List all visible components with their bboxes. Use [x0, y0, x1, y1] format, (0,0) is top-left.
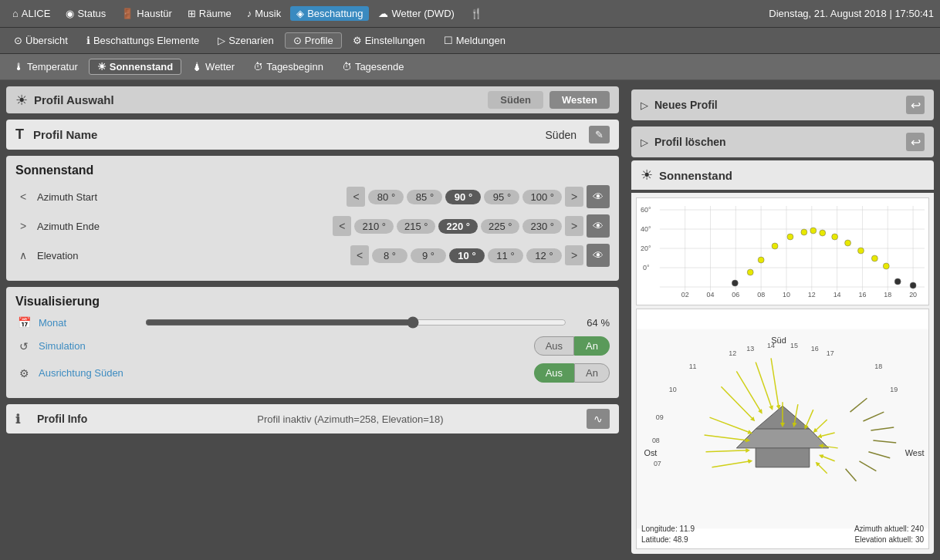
nav-wetter-tab[interactable]: 🌢 Wetter — [184, 59, 242, 74]
nav-meldungen[interactable]: ☐ Meldungen — [436, 33, 513, 48]
nav-musik-label: Musik — [255, 8, 281, 19]
nav-sonnenstand[interactable]: ☀ Sonnenstand — [89, 59, 181, 75]
elevation-val-2[interactable]: 10 ° — [449, 248, 485, 263]
nav-beschattungs-elemente[interactable]: ℹ Beschattungs Elemente — [79, 33, 207, 48]
nav-extra[interactable]: 🍴 — [464, 6, 489, 21]
nav-status[interactable]: ◉ Status — [59, 6, 112, 21]
nav-tagesbeginn-label: Tagesbeginn — [266, 61, 323, 73]
simulation-row: ↺ Simulation Aus An — [15, 336, 610, 356]
overview-icon: ⊙ — [14, 35, 22, 46]
profile-icon: ⊙ — [293, 35, 302, 46]
nav-tagesende-label: Tagesende — [355, 61, 404, 73]
azimuth-start-more-btn[interactable]: > — [565, 187, 583, 207]
compass-info-right: Azimuth aktuell: 240 Elevation aktuell: … — [851, 522, 927, 547]
svg-text:08: 08 — [652, 437, 660, 444]
azimuth-start-val-1[interactable]: 85 ° — [407, 190, 442, 204]
delete-profile-action-icon: ↩ — [906, 133, 925, 151]
text-icon: T — [15, 127, 24, 143]
elevation-val-4[interactable]: 12 ° — [526, 248, 562, 263]
svg-point-29 — [747, 269, 753, 275]
svg-text:02: 02 — [681, 291, 689, 299]
profil-info-label: Profil Info — [37, 413, 114, 425]
dawn-icon: ⏱ — [253, 61, 263, 73]
left-panel: ☀ Profil Auswahl Süden Westen T Profil N… — [0, 80, 625, 560]
action-buttons: ▷ Neues Profil ↩ ▷ Profil löschen ↩ — [631, 86, 934, 157]
azimuth-ende-val-0[interactable]: 210 ° — [354, 219, 394, 234]
azimuth-ende-val-1[interactable]: 215 ° — [397, 219, 436, 234]
azimuth-ende-eye-btn[interactable]: 👁 — [587, 214, 610, 238]
elevation-less-btn[interactable]: < — [350, 245, 369, 265]
latitude-label: Latitude: — [641, 535, 673, 544]
svg-text:12: 12 — [808, 291, 816, 299]
profile-btn-suden[interactable]: Süden — [488, 91, 543, 109]
nav-szenarien-label: Szenarien — [228, 35, 274, 46]
azimuth-ende-val-4[interactable]: 230 ° — [522, 219, 562, 234]
azimuth-start-row: < Azimuth Start < 80 ° 85 ° 90 ° 95 ° 10… — [15, 185, 610, 208]
nav-raeume[interactable]: ⊞ Räume — [181, 6, 238, 21]
profile-btn-westen[interactable]: Westen — [549, 91, 610, 109]
nav-szenarien[interactable]: ▷ Szenarien — [210, 33, 282, 48]
sonnenstand-chart-sun-icon: ☀ — [641, 167, 653, 184]
nav-ubersicht[interactable]: ⊙ Übersicht — [6, 33, 76, 48]
monat-slider[interactable] — [145, 316, 566, 329]
nav-tagesende[interactable]: ⏱ Tagesende — [334, 59, 412, 74]
elevation-label: Elevation — [37, 250, 130, 261]
nav-alice[interactable]: ⌂ ALICE — [6, 6, 56, 21]
weather-icon: 🌢 — [192, 61, 202, 73]
nav-wetter-label: Wetter (DWD) — [391, 8, 454, 19]
nav-wetter[interactable]: ☁ Wetter (DWD) — [372, 6, 460, 21]
simulation-label: Simulation — [39, 340, 139, 352]
nav-temperatur[interactable]: 🌡 Temperatur — [6, 59, 86, 74]
nav-beschattung[interactable]: ◈ Beschattung — [290, 6, 369, 21]
elevation-more-btn[interactable]: > — [565, 245, 583, 265]
azimuth-ende-less-btn[interactable]: < — [333, 216, 351, 236]
svg-text:15: 15 — [790, 342, 798, 349]
azimuth-start-val-0[interactable]: 80 ° — [368, 190, 404, 204]
svg-point-43 — [910, 282, 916, 288]
ausrichtung-aus-btn[interactable]: Aus — [534, 363, 574, 383]
profil-info-bar: ℹ Profil Info Profil inaktiv (Azimuth=25… — [6, 404, 619, 433]
temp-icon: 🌡 — [14, 61, 24, 73]
nav-einstellungen[interactable]: ⚙ Einstellungen — [345, 33, 433, 48]
new-profile-btn[interactable]: ▷ Neues Profil ↩ — [631, 89, 934, 120]
longitude-label: Longitude: — [641, 525, 680, 533]
svg-point-30 — [758, 257, 764, 263]
svg-point-42 — [894, 278, 901, 285]
main-content: ☀ Profil Auswahl Süden Westen T Profil N… — [0, 80, 940, 560]
azimuth-ende-val-2[interactable]: 220 ° — [438, 219, 478, 234]
simulation-an-btn[interactable]: An — [574, 336, 610, 356]
azimuth-ende-val-3[interactable]: 225 ° — [481, 219, 520, 234]
nav-profile[interactable]: ⊙ Profile — [285, 32, 342, 49]
azimuth-start-val-4[interactable]: 100 ° — [522, 190, 562, 204]
visualisierung-section: Visualisierung 📅 Monat 64 % ↺ Simulation… — [6, 287, 619, 398]
delete-profile-btn[interactable]: ▷ Profil löschen ↩ — [631, 127, 934, 157]
info-icon: ℹ — [15, 412, 31, 427]
nav-haustuer-label: Haustür — [137, 8, 172, 19]
profil-name-bar: T Profil Name Süden ✎ — [6, 120, 619, 150]
profil-name-edit-btn[interactable]: ✎ — [589, 126, 610, 143]
nav-raeume-label: Räume — [199, 8, 232, 19]
elevation-val-0[interactable]: 8 ° — [372, 248, 407, 263]
profil-info-chart-btn[interactable]: ∿ — [587, 409, 610, 429]
azimuth-start-eye-btn[interactable]: 👁 — [587, 185, 610, 208]
simulation-aus-btn[interactable]: Aus — [534, 336, 574, 356]
azimuth-start-val-2[interactable]: 90 ° — [445, 190, 481, 204]
azimuth-start-less-btn[interactable]: < — [347, 187, 365, 207]
rooms-icon: ⊞ — [188, 8, 196, 19]
azimuth-ende-more-btn[interactable]: > — [565, 216, 583, 236]
elevation-eye-btn[interactable]: 👁 — [587, 244, 610, 267]
nav-tagesbeginn[interactable]: ⏱ Tagesbeginn — [245, 59, 331, 74]
elevation-val-3[interactable]: 11 ° — [488, 248, 523, 263]
ausrichtung-an-btn[interactable]: An — [574, 363, 610, 383]
azimuth-start-val-3[interactable]: 95 ° — [484, 190, 519, 204]
nav-haustuer[interactable]: 🚪 Haustür — [115, 6, 178, 21]
sonnenstand-chart-title: Sonnenstand — [659, 169, 732, 182]
elevation-val-1[interactable]: 9 ° — [411, 248, 446, 263]
svg-point-37 — [845, 240, 851, 246]
nav-musik[interactable]: ♪ Musik — [241, 6, 287, 21]
new-profile-action-icon: ↩ — [906, 96, 925, 114]
scenarios-icon: ▷ — [218, 35, 225, 46]
sun-icon: ☀ — [97, 61, 107, 73]
svg-text:06: 06 — [732, 291, 739, 299]
compass-chart: Süd Ost West 12 13 14 15 16 17 11 10 09 — [636, 309, 929, 549]
